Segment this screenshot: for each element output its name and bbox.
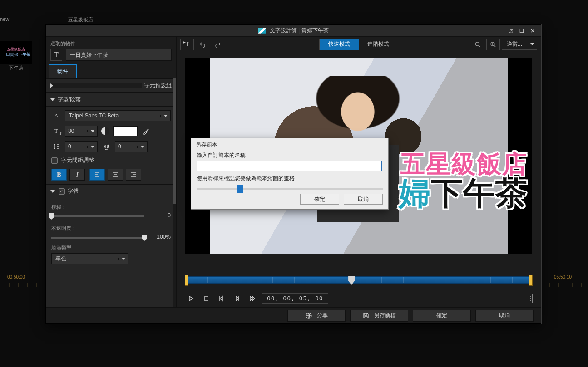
title-text-project: 貴婦下午茶 [301, 27, 329, 34]
tracking-field[interactable] [115, 143, 137, 150]
section-font-label: 字型/段落 [58, 96, 81, 103]
playback-bar: 00; 00; 05; 00 [177, 289, 541, 307]
zoom-out-button[interactable] [471, 39, 484, 50]
section-font-header[interactable]: 字型/段落 [46, 93, 176, 107]
selected-object-label: 選取的物件: [46, 37, 176, 49]
title-overlay-line1: 五星級飯店 [399, 151, 528, 177]
font-icon: A [51, 111, 61, 121]
bg-template-label: 五星級飯店 [68, 16, 93, 23]
ok-button[interactable]: 確定 [413, 310, 471, 322]
bg-thumbnail[interactable]: 五星級飯店 一日貴婦下午茶 [0, 41, 32, 64]
panel-tabs: 物件 [46, 64, 176, 78]
left-scrollbar[interactable] [173, 78, 176, 307]
mode-fast[interactable]: 快速模式 [320, 39, 359, 50]
bg-thumb-line1: 五星級飯店 [7, 47, 25, 52]
redo-button[interactable] [211, 39, 225, 50]
text-object-icon: T [50, 49, 62, 61]
kerning-label: 字元間距調整 [61, 157, 94, 164]
timecode-display[interactable]: 00; 00; 05; 00 [262, 293, 328, 304]
titlebar[interactable]: 文字設計師 | 貴婦下午茶 [46, 25, 541, 37]
fast-forward-button[interactable] [247, 293, 258, 304]
section-body-header[interactable]: 字體 [46, 184, 176, 198]
title-text-sep: | [298, 27, 301, 34]
out-marker[interactable] [529, 275, 533, 286]
svg-rect-1 [520, 29, 524, 33]
stop-button[interactable] [200, 293, 212, 304]
zoom-fit-label: 適當... [502, 40, 527, 48]
title-overlay[interactable]: 五星級飯店 婦下午茶 [399, 151, 528, 210]
opacity-value: 100% [150, 234, 171, 240]
section-presets-header[interactable]: 字元預設組 [46, 78, 176, 93]
chevron-down-icon [137, 146, 147, 148]
tracking-input[interactable] [115, 141, 148, 152]
chevron-down-icon [527, 43, 537, 45]
mode-switch[interactable]: 快速模式 進階模式 [319, 39, 398, 50]
bg-new-label: new [0, 16, 9, 22]
zoom-fit-dropdown[interactable]: 適當... [502, 39, 537, 50]
save-as-button[interactable]: 另存新檔 [350, 310, 408, 322]
save-dialog-title: 另存範本 [191, 138, 388, 150]
seek-track[interactable] [185, 276, 533, 284]
preview-toolbar: + T 快速模式 進階模式 適當... [177, 37, 541, 52]
safe-zone-icon [521, 294, 533, 303]
save-dialog-ok[interactable]: 確定 [300, 194, 339, 205]
align-left-button[interactable] [89, 169, 105, 181]
thumbnail-frame-slider[interactable] [197, 188, 383, 190]
font-size-field[interactable] [65, 128, 87, 134]
title-line2a: 婦 [399, 176, 431, 211]
font-size-input[interactable] [65, 126, 98, 137]
fill-type-dropdown[interactable]: 單色 [51, 253, 128, 264]
blur-slider[interactable] [51, 215, 144, 217]
font-color-swatch[interactable] [113, 126, 138, 136]
add-text-button[interactable]: + T [180, 39, 194, 50]
tab-object[interactable]: 物件 [49, 64, 77, 78]
play-button[interactable] [185, 293, 197, 304]
body-enable-checkbox[interactable] [59, 188, 65, 195]
save-dialog-cancel[interactable]: 取消 [344, 194, 383, 205]
in-marker[interactable] [185, 275, 188, 286]
font-size-icon: TT [51, 126, 61, 136]
contrast-icon[interactable] [101, 127, 109, 135]
app-logo-icon [258, 28, 266, 34]
section-body-label: 字體 [68, 187, 79, 195]
save-icon [362, 312, 370, 319]
slider-thumb[interactable] [237, 185, 243, 193]
share-button[interactable]: 分享 [287, 310, 346, 322]
title-text-designer: 文字設計師 [270, 27, 297, 34]
save-as-label: 另存新檔 [374, 312, 396, 319]
align-right-button[interactable] [126, 169, 141, 181]
maximize-button[interactable] [516, 26, 527, 35]
next-frame-button[interactable] [231, 293, 243, 304]
title-overlay-line2: 婦下午茶 [399, 177, 528, 210]
eyedropper-button[interactable] [141, 126, 151, 136]
blur-value: 0 [150, 212, 171, 219]
safe-zone-button[interactable] [521, 293, 533, 304]
mode-advanced[interactable]: 進階模式 [359, 39, 398, 50]
fill-type-value: 單色 [52, 255, 118, 263]
chevron-down-icon [160, 115, 170, 117]
align-center-button[interactable] [108, 169, 123, 181]
chevron-down-icon [87, 130, 97, 132]
prev-frame-button[interactable] [216, 293, 227, 304]
bold-button[interactable]: B [51, 169, 67, 181]
help-button[interactable] [505, 26, 516, 35]
close-button[interactable] [527, 26, 538, 35]
italic-button[interactable]: I [69, 169, 85, 181]
font-family-dropdown[interactable]: Taipei Sans TC Beta [65, 110, 171, 121]
line-spacing-icon [51, 142, 61, 152]
chevron-down-icon [87, 146, 97, 148]
line-spacing-input[interactable] [65, 141, 98, 152]
cancel-button[interactable]: 取消 [475, 310, 534, 322]
kerning-checkbox[interactable] [51, 157, 58, 164]
template-name-input[interactable] [197, 161, 382, 171]
line-spacing-field[interactable] [65, 143, 87, 150]
properties-scroll[interactable]: 字元預設組 字型/段落 A Taipei Sans TC Beta [46, 78, 176, 307]
title-text-input[interactable] [66, 49, 172, 61]
undo-button[interactable] [196, 39, 209, 50]
save-template-dialog: 另存範本 輸入自訂範本的名稱 使用滑桿來標記您要做為範本縮圖的畫格 確定 取消 [191, 138, 389, 210]
opacity-slider[interactable] [51, 237, 144, 239]
fill-type-label: 填滿類型 [51, 245, 171, 251]
save-dialog-prompt: 輸入自訂範本的名稱 [191, 150, 388, 161]
playhead[interactable] [348, 276, 355, 285]
zoom-in-button[interactable] [486, 39, 500, 50]
